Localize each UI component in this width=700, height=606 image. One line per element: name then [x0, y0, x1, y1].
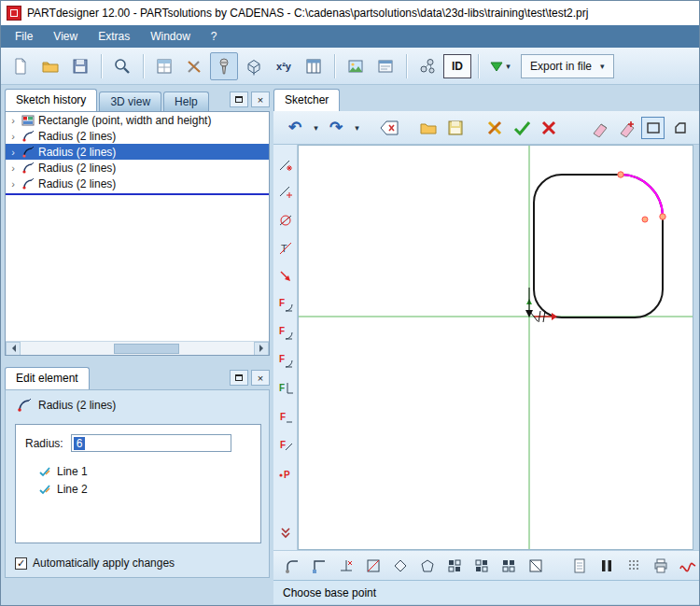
green-dropdown-icon[interactable]: ▾	[485, 52, 513, 80]
main-toolbar: x²y ID ▾ Export in file ▾	[1, 48, 699, 85]
expand-chevron-icon[interactable]: ›	[8, 162, 18, 174]
tab-help[interactable]: Help	[163, 92, 209, 111]
bold-bars-icon[interactable]	[595, 554, 618, 578]
radius-input[interactable]: 6	[71, 434, 231, 452]
snap-point-icon[interactable]	[275, 154, 296, 174]
backspace-icon[interactable]	[377, 116, 401, 140]
fix-angle-icon[interactable]: F	[275, 322, 296, 342]
fix-angle-icon[interactable]: F	[275, 294, 296, 314]
scrollbar-thumb[interactable]	[114, 344, 179, 354]
expand-chevron-icon[interactable]: ›	[8, 131, 18, 142]
no-snap-icon[interactable]	[275, 210, 296, 230]
menu-help[interactable]: ?	[201, 26, 228, 47]
notes-tool-icon[interactable]	[567, 554, 591, 578]
pattern-tool-icon[interactable]	[443, 554, 467, 578]
line-check-icon	[38, 484, 51, 495]
line-item[interactable]: Line 1	[38, 465, 253, 478]
tools-icon[interactable]	[180, 52, 208, 80]
undo-dropdown-icon[interactable]: ▾	[310, 116, 321, 140]
open-file-icon[interactable]	[36, 52, 64, 80]
menu-file[interactable]: File	[5, 26, 43, 47]
save-sketch-icon[interactable]	[443, 116, 468, 140]
edit-element-form: Radius: 6 Line 1 Line 2	[15, 424, 261, 543]
line-item[interactable]: Line 2	[38, 483, 253, 496]
rectangle-feature-icon	[21, 114, 35, 127]
datasheet-icon[interactable]	[150, 52, 178, 80]
fix-green-icon[interactable]: F	[275, 378, 296, 398]
menu-window[interactable]: Window	[140, 26, 201, 47]
rotate-tool-icon[interactable]	[389, 554, 413, 578]
assembly-icon[interactable]	[413, 52, 441, 80]
svg-text:F: F	[279, 383, 285, 393]
close-panel-button[interactable]: ×	[251, 370, 270, 386]
pattern-tool-3-icon[interactable]	[497, 554, 521, 578]
value-table-icon[interactable]	[300, 52, 328, 80]
box-3d-icon[interactable]	[240, 52, 268, 80]
diagonal-tool-icon[interactable]	[525, 554, 548, 578]
auto-apply-checkbox[interactable]: ✓	[15, 557, 27, 570]
menu-view[interactable]: View	[43, 26, 88, 47]
radius-feature-icon	[21, 177, 35, 190]
tree-row-radius[interactable]: › Radius (2 lines)	[6, 160, 269, 176]
menu-extras[interactable]: Extras	[88, 26, 140, 47]
save-icon[interactable]	[66, 52, 94, 80]
tree-row-rectangle[interactable]: › Rectangle (point, width and height)	[6, 112, 269, 128]
rectangle-mode-toggle[interactable]	[641, 117, 665, 139]
tree-row-radius[interactable]: › Radius (2 lines)	[6, 128, 269, 144]
trim-tool-icon[interactable]	[335, 554, 358, 578]
tab-sketcher[interactable]: Sketcher	[273, 89, 340, 111]
bitmap-icon[interactable]	[342, 52, 370, 80]
new-file-icon[interactable]	[7, 52, 35, 80]
redo-icon[interactable]: ↷	[324, 116, 348, 140]
corner-tool-icon[interactable]	[308, 554, 331, 578]
fix-constraint-icon[interactable]: F	[275, 434, 296, 454]
open-sketch-icon[interactable]	[416, 116, 441, 140]
toolbar-separator	[334, 54, 335, 78]
horizontal-scrollbar[interactable]	[6, 341, 269, 355]
scroll-right-icon[interactable]	[254, 342, 269, 356]
dotted-bars-icon[interactable]	[622, 554, 645, 578]
eraser-plus-icon[interactable]	[614, 116, 638, 140]
expand-more-icon[interactable]	[275, 523, 296, 543]
tree-row-label: Radius (2 lines)	[38, 130, 116, 143]
fillet-tool-icon[interactable]	[281, 554, 304, 578]
zoom-icon[interactable]	[108, 52, 136, 80]
titlebar: PARTdesigner 12.00 - PARTsolutions by CA…	[1, 1, 699, 25]
tab-edit-element[interactable]: Edit element	[5, 367, 90, 389]
accept-check-icon[interactable]	[510, 116, 534, 140]
snap-point-2-icon[interactable]	[275, 182, 296, 202]
redo-dropdown-icon[interactable]: ▾	[351, 116, 362, 140]
delete-element-icon[interactable]	[483, 116, 507, 140]
direction-arrow-icon[interactable]	[275, 266, 296, 286]
screw-tool-icon[interactable]	[210, 52, 238, 80]
eraser-icon[interactable]	[587, 116, 611, 140]
point-label-icon[interactable]: P	[275, 462, 296, 482]
tree-row-radius-selected[interactable]: › Radius (2 lines)	[6, 144, 269, 160]
scroll-left-icon[interactable]	[6, 342, 21, 356]
expand-chevron-icon[interactable]: ›	[8, 178, 18, 190]
expand-chevron-icon[interactable]: ›	[8, 115, 18, 126]
id-button[interactable]: ID	[443, 54, 471, 78]
tree-row-radius[interactable]: › Radius (2 lines)	[6, 176, 269, 191]
dialog-editor-icon[interactable]	[371, 52, 399, 80]
tab-3d-view[interactable]: 3D view	[99, 92, 161, 111]
restore-panel-button[interactable]	[230, 370, 248, 386]
pattern-tool-2-icon[interactable]	[470, 554, 494, 578]
split-tool-icon[interactable]	[362, 554, 385, 578]
cancel-x-icon[interactable]	[537, 116, 561, 140]
expand-chevron-icon[interactable]: ›	[8, 147, 18, 158]
fix-constraint-icon[interactable]: F	[275, 406, 296, 426]
export-in-file-button[interactable]: Export in file ▾	[521, 54, 614, 78]
tangent-constraint-icon[interactable]: T	[275, 238, 296, 258]
undo-icon[interactable]: ↶	[283, 116, 307, 140]
polygon-tool-icon[interactable]	[416, 554, 440, 578]
sketch-canvas[interactable]	[298, 145, 693, 550]
spline-tool-icon[interactable]	[676, 554, 699, 578]
fix-angle-icon[interactable]: F	[275, 350, 296, 370]
close-panel-button[interactable]: ×	[251, 92, 270, 107]
printer-icon[interactable]	[649, 554, 672, 578]
restore-panel-button[interactable]	[230, 92, 248, 107]
variables-icon[interactable]: x²y	[270, 52, 298, 80]
tab-sketch-history[interactable]: Sketch history	[5, 89, 97, 111]
contour-mode-toggle[interactable]	[668, 117, 692, 139]
